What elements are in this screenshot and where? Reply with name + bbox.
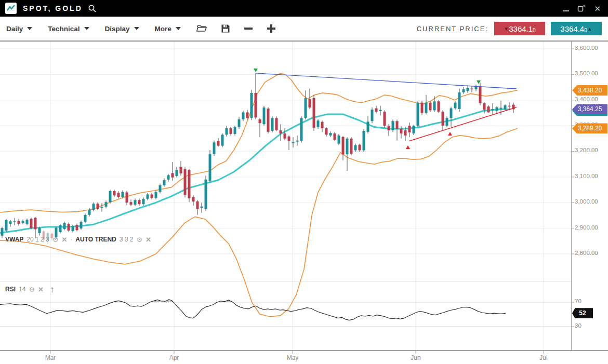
candle-body	[130, 202, 133, 205]
bid-price-value: 3364.1	[509, 24, 533, 33]
candle-body	[379, 110, 382, 111]
rsi-axis-label: 30	[575, 322, 581, 329]
menu-display[interactable]: Display	[105, 25, 139, 33]
save-icon[interactable]	[221, 24, 230, 33]
autotrend-indicator-name: AUTO TREND	[75, 236, 116, 243]
price-tag: 3,364.25	[572, 104, 607, 114]
zoom-in-icon[interactable]	[267, 24, 276, 33]
gear-icon[interactable]: ⚙	[136, 236, 142, 243]
candle-body	[238, 119, 241, 127]
bid-price-badge: ▼ 3364.1 0	[494, 22, 545, 35]
rsi-line	[0, 300, 506, 320]
candle-body	[487, 106, 490, 112]
candle-body	[313, 98, 315, 128]
menu-more[interactable]: More	[155, 25, 181, 33]
rsi-overbought-fill	[0, 300, 506, 320]
candle-body	[417, 103, 419, 126]
main-pane-legend: VWAP 20 1 2 3 ⚙ ✕ · AUTO TREND 3 3 2 ⚙ ✕	[5, 236, 151, 243]
candle-body	[367, 122, 369, 132]
chevron-down-icon	[27, 27, 32, 30]
close-icon[interactable]: ✕	[38, 286, 44, 293]
price-tag: 3,289.20	[572, 123, 607, 133]
candle-body	[138, 200, 141, 204]
gear-icon[interactable]: ⚙	[52, 236, 59, 243]
candle-body	[413, 126, 415, 133]
candle-body	[117, 193, 120, 197]
candle-body	[167, 175, 170, 179]
candle-body	[134, 200, 137, 205]
candle-body	[421, 103, 424, 113]
menu-display-label: Display	[105, 25, 130, 33]
price-axis-label: 3,500.00	[575, 70, 598, 76]
zoom-out-icon[interactable]	[244, 24, 253, 33]
price-axis-label: 3,400.00	[575, 96, 598, 102]
candle-body	[97, 204, 99, 209]
candle-body	[496, 107, 498, 111]
price-axis-label: 2,800.00	[575, 250, 598, 256]
candle-body	[105, 202, 108, 207]
candle-body	[59, 225, 62, 232]
tool-icons	[196, 24, 276, 33]
close-icon[interactable]: ✕	[146, 236, 151, 243]
restore-button[interactable]	[577, 4, 586, 13]
candle-body	[151, 194, 153, 198]
chart-canvas[interactable]	[0, 42, 608, 364]
candle-body	[346, 139, 349, 154]
candle-body	[30, 219, 33, 228]
candle-body	[342, 137, 345, 155]
menu-technical[interactable]: Technical	[48, 25, 89, 33]
candle-body	[113, 191, 116, 195]
close-icon[interactable]: ✕	[61, 236, 67, 243]
band-upper-line	[0, 73, 517, 212]
candle-body	[176, 170, 178, 176]
candle-body	[400, 129, 403, 133]
candle-body	[309, 99, 311, 107]
price-axis-label: 3,200.00	[575, 147, 598, 153]
candle-body	[371, 110, 374, 121]
chevron-down-icon	[134, 27, 139, 30]
candle-body	[18, 221, 20, 224]
rsi-value-badge: 52	[572, 308, 593, 318]
candle-body	[26, 220, 29, 224]
candle-body	[384, 112, 386, 126]
price-axis-label: 3,000.00	[575, 198, 598, 205]
search-icon[interactable]	[88, 4, 97, 13]
time-axis-label: Mar	[45, 354, 56, 361]
candle-body	[467, 88, 469, 91]
candle-body	[267, 109, 270, 132]
menu-daily[interactable]: Daily	[6, 25, 32, 33]
gear-icon[interactable]: ⚙	[29, 286, 35, 293]
candle-body	[275, 118, 278, 130]
candle-body	[9, 221, 12, 224]
candle-body	[205, 180, 207, 209]
candle-body	[296, 141, 299, 142]
price-axis-label: 2,900.00	[575, 224, 598, 231]
time-axis-label: Apr	[169, 354, 179, 361]
up-arrow-icon[interactable]: ↑	[50, 285, 55, 295]
candle-body	[80, 222, 83, 228]
candle-body	[34, 218, 37, 229]
candle-body	[325, 128, 328, 134]
open-folder-icon[interactable]	[196, 24, 207, 33]
candle-body	[321, 122, 324, 128]
candle-body	[350, 139, 353, 154]
candle-body	[392, 121, 394, 130]
candle-body	[101, 207, 103, 208]
bid-price-pip: 0	[533, 28, 536, 35]
candle-body	[76, 225, 78, 230]
vwap-line	[0, 110, 509, 233]
candle-body	[329, 133, 332, 136]
candle-body	[425, 103, 428, 113]
chevron-down-icon	[84, 27, 89, 30]
candle-body	[213, 142, 216, 154]
close-icon[interactable]: ✕	[594, 4, 601, 13]
candle-body	[388, 126, 390, 130]
arrow-up-icon: ▲	[587, 26, 592, 32]
menu-technical-label: Technical	[48, 25, 80, 33]
candle-body	[450, 109, 453, 118]
candle-body	[1, 228, 4, 236]
candle-body	[504, 105, 507, 109]
minimize-button[interactable]	[563, 4, 569, 13]
candle-body	[142, 199, 145, 204]
candle-body	[84, 215, 87, 222]
